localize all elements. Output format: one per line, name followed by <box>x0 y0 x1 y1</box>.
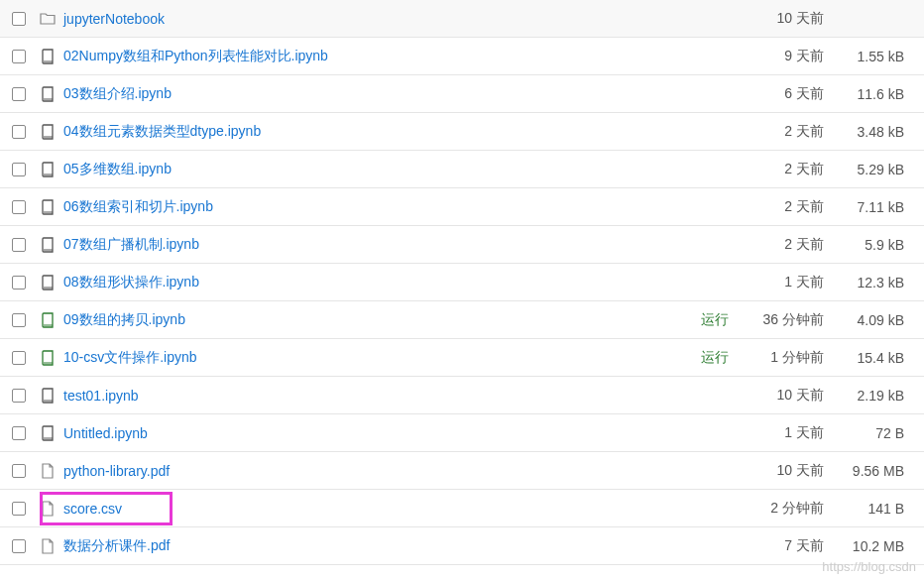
file-link[interactable]: 数据分析课件.pdf <box>63 537 170 553</box>
checkbox-cell <box>12 87 40 101</box>
notebook-icon <box>40 425 56 441</box>
name-cell: Untitled.ipynb <box>61 425 679 441</box>
file-icon <box>40 463 56 479</box>
folder-icon <box>40 11 56 27</box>
file-row[interactable]: 03数组介绍.ipynb6 天前11.6 kB <box>0 75 924 113</box>
file-row[interactable]: 09数组的拷贝.ipynb运行36 分钟前4.09 kB <box>0 301 924 339</box>
row-checkbox[interactable] <box>12 502 26 516</box>
size-cell: 4.09 kB <box>828 312 912 328</box>
file-link[interactable]: score.csv <box>63 501 122 517</box>
file-icon <box>40 538 56 554</box>
icon-cell <box>40 86 61 102</box>
row-checkbox[interactable] <box>12 238 26 252</box>
checkbox-cell <box>12 389 40 403</box>
file-row[interactable]: 08数组形状操作.ipynb1 天前12.3 kB <box>0 264 924 301</box>
row-checkbox[interactable] <box>12 464 26 478</box>
file-link[interactable]: python-library.pdf <box>63 463 170 479</box>
row-checkbox[interactable] <box>12 125 26 139</box>
file-link[interactable]: 06数组索引和切片.ipynb <box>63 198 213 214</box>
modified-cell: 2 天前 <box>729 161 828 178</box>
file-row[interactable]: python-library.pdf10 天前9.56 MB <box>0 452 924 490</box>
row-checkbox[interactable] <box>12 539 26 553</box>
name-cell: 07数组广播机制.ipynb <box>61 236 679 254</box>
icon-cell <box>40 124 61 140</box>
file-row[interactable]: score.csv2 分钟前141 B <box>0 490 924 527</box>
row-checkbox[interactable] <box>12 276 26 290</box>
checkbox-cell <box>12 276 40 290</box>
file-link[interactable]: 04数组元素数据类型dtype.ipynb <box>63 123 261 139</box>
row-checkbox[interactable] <box>12 389 26 403</box>
file-link[interactable]: Untitled.ipynb <box>63 425 148 441</box>
file-link[interactable]: 05多维数组.ipynb <box>63 161 172 176</box>
size-cell: 11.6 kB <box>828 86 912 102</box>
running-label: 运行 <box>701 311 729 327</box>
size-cell: 5.9 kB <box>828 237 912 253</box>
notebook-running-icon <box>40 312 56 328</box>
notebook-icon <box>40 275 56 290</box>
file-row[interactable]: jupyterNotebook10 天前 <box>0 0 924 38</box>
file-row[interactable]: 04数组元素数据类型dtype.ipynb2 天前3.48 kB <box>0 113 924 151</box>
file-link[interactable]: 03数组介绍.ipynb <box>63 85 172 101</box>
modified-cell: 2 天前 <box>729 236 828 254</box>
icon-cell <box>40 350 61 366</box>
notebook-icon <box>40 199 56 215</box>
row-checkbox[interactable] <box>12 351 26 365</box>
name-cell: score.csv <box>61 501 679 517</box>
checkbox-cell <box>12 313 40 327</box>
name-cell: 03数组介绍.ipynb <box>61 85 679 103</box>
name-cell: jupyterNotebook <box>61 11 679 27</box>
checkbox-cell <box>12 125 40 139</box>
modified-cell: 2 天前 <box>729 123 828 141</box>
row-checkbox[interactable] <box>12 426 26 440</box>
row-checkbox[interactable] <box>12 163 26 176</box>
file-link[interactable]: 02Numpy数组和Python列表性能对比.ipynb <box>63 48 328 63</box>
file-link[interactable]: 07数组广播机制.ipynb <box>63 236 199 252</box>
file-row[interactable]: 06数组索引和切片.ipynb2 天前7.11 kB <box>0 188 924 226</box>
notebook-icon <box>40 388 56 404</box>
running-label: 运行 <box>701 349 729 365</box>
checkbox-cell <box>12 539 40 553</box>
icon-cell <box>40 199 61 215</box>
modified-cell: 36 分钟前 <box>729 311 828 329</box>
row-checkbox[interactable] <box>12 50 26 63</box>
file-row[interactable]: 数据分析课件.pdf7 天前10.2 MB <box>0 527 924 565</box>
file-link[interactable]: test01.ipynb <box>63 388 139 404</box>
modified-cell: 7 天前 <box>729 537 828 555</box>
icon-cell <box>40 275 61 290</box>
notebook-icon <box>40 124 56 140</box>
row-checkbox[interactable] <box>12 200 26 214</box>
name-cell: 04数组元素数据类型dtype.ipynb <box>61 123 679 141</box>
file-link[interactable]: jupyterNotebook <box>63 11 165 27</box>
row-checkbox[interactable] <box>12 313 26 327</box>
checkbox-cell <box>12 163 40 176</box>
size-cell: 1.55 kB <box>828 49 912 64</box>
file-link[interactable]: 08数组形状操作.ipynb <box>63 274 199 290</box>
icon-cell <box>40 162 61 177</box>
file-row[interactable]: 02Numpy数组和Python列表性能对比.ipynb9 天前1.55 kB <box>0 38 924 75</box>
row-checkbox[interactable] <box>12 12 26 26</box>
row-checkbox[interactable] <box>12 87 26 101</box>
checkbox-cell <box>12 464 40 478</box>
file-row[interactable]: 05多维数组.ipynb2 天前5.29 kB <box>0 151 924 188</box>
file-row[interactable]: 10-csv文件操作.ipynb运行1 分钟前15.4 kB <box>0 339 924 377</box>
name-cell: 10-csv文件操作.ipynb <box>61 349 679 367</box>
size-cell: 9.56 MB <box>828 463 912 479</box>
size-cell: 141 B <box>828 501 912 517</box>
icon-cell <box>40 237 61 253</box>
checkbox-cell <box>12 200 40 214</box>
size-cell: 3.48 kB <box>828 124 912 140</box>
modified-cell: 10 天前 <box>729 462 828 480</box>
file-row[interactable]: 07数组广播机制.ipynb2 天前5.9 kB <box>0 226 924 264</box>
file-row[interactable]: test01.ipynb10 天前2.19 kB <box>0 377 924 414</box>
modified-cell: 10 天前 <box>729 387 828 405</box>
file-link[interactable]: 10-csv文件操作.ipynb <box>63 349 197 365</box>
file-link[interactable]: 09数组的拷贝.ipynb <box>63 311 185 327</box>
notebook-icon <box>40 237 56 253</box>
name-cell: python-library.pdf <box>61 463 679 479</box>
file-row[interactable]: Untitled.ipynb1 天前72 B <box>0 414 924 452</box>
name-cell: 数据分析课件.pdf <box>61 537 679 555</box>
icon-cell <box>40 388 61 404</box>
icon-cell <box>40 501 61 517</box>
size-cell: 12.3 kB <box>828 275 912 290</box>
icon-cell <box>40 49 61 64</box>
